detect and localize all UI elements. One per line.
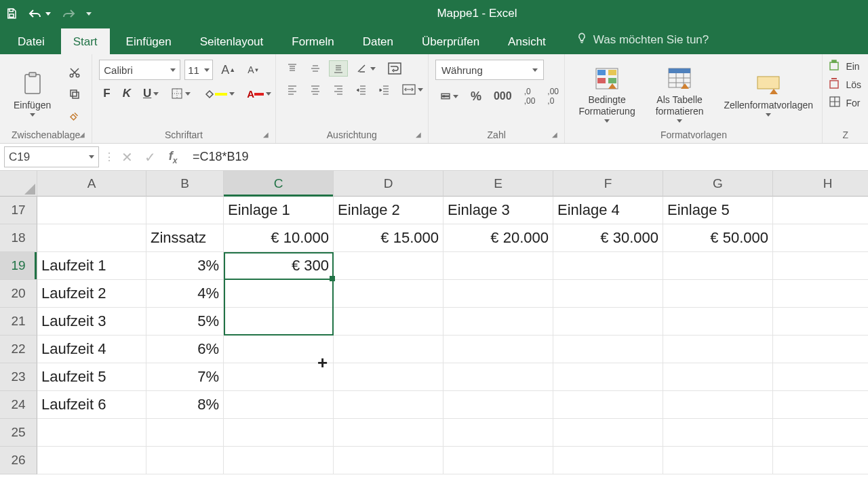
cell-D24[interactable] <box>334 391 443 419</box>
tab-datei[interactable]: Datei <box>5 28 57 54</box>
worksheet-grid[interactable]: ABCDEFGH17Einlage 1Einlage 2Einlage 3Ein… <box>0 171 868 474</box>
row-header-18[interactable]: 18 <box>0 224 37 252</box>
cell-G22[interactable] <box>663 336 773 363</box>
format-painter-button[interactable] <box>64 107 85 125</box>
comma-format-button[interactable]: 000 <box>490 87 516 105</box>
cell-B18[interactable]: Zinssatz <box>146 224 224 252</box>
cell-H19[interactable] <box>773 252 868 280</box>
cell-C25[interactable] <box>224 419 334 447</box>
undo-icon[interactable] <box>27 7 51 20</box>
formula-input[interactable] <box>184 144 868 170</box>
cell-F23[interactable] <box>553 363 663 391</box>
dialog-launcher-icon[interactable]: ◢ <box>416 131 425 140</box>
decrease-font-button[interactable]: A▼ <box>243 62 263 78</box>
cell-D22[interactable] <box>334 336 443 363</box>
bold-button[interactable]: F <box>99 84 114 103</box>
column-header-G[interactable]: G <box>663 171 773 197</box>
cell-D18[interactable]: € 15.000 <box>334 224 443 252</box>
cell-C26[interactable] <box>224 447 334 474</box>
cell-G19[interactable] <box>663 252 773 280</box>
cell-H23[interactable] <box>773 363 868 391</box>
accounting-format-button[interactable] <box>435 87 462 105</box>
column-header-D[interactable]: D <box>334 171 443 197</box>
cell-E23[interactable] <box>443 363 553 391</box>
tab-einfuegen[interactable]: Einfügen <box>114 28 184 54</box>
redo-icon[interactable] <box>60 7 77 20</box>
row-header-24[interactable]: 24 <box>0 391 37 419</box>
cell-G17[interactable]: Einlage 5 <box>663 197 773 224</box>
cell-A20[interactable]: Laufzeit 2 <box>37 280 146 308</box>
cell-D23[interactable] <box>334 363 443 391</box>
cell-B23[interactable]: 7% <box>146 363 224 391</box>
merge-button[interactable] <box>398 81 427 98</box>
cell-E22[interactable] <box>443 336 553 363</box>
cell-D19[interactable] <box>334 252 443 280</box>
cell-B26[interactable] <box>146 447 224 474</box>
cell-A25[interactable] <box>37 419 146 447</box>
align-bottom-button[interactable] <box>329 60 348 77</box>
row-header-22[interactable]: 22 <box>0 336 37 363</box>
cell-F26[interactable] <box>553 447 663 474</box>
cells-delete-icon[interactable] <box>829 78 842 91</box>
align-top-button[interactable] <box>283 60 302 77</box>
cell-G21[interactable] <box>663 308 773 336</box>
row-header-21[interactable]: 21 <box>0 308 37 336</box>
cell-F17[interactable]: Einlage 4 <box>553 197 663 224</box>
increase-indent-button[interactable] <box>375 81 394 98</box>
name-box[interactable]: C19 <box>4 146 99 167</box>
underline-button[interactable]: U <box>139 84 163 103</box>
cell-C21[interactable] <box>224 308 334 336</box>
wrap-text-button[interactable] <box>384 60 406 77</box>
cell-C17[interactable]: Einlage 1 <box>224 197 334 224</box>
cell-B19[interactable]: 3% <box>146 252 224 280</box>
cancel-formula-button[interactable]: ✕ <box>115 144 138 170</box>
column-header-A[interactable]: A <box>37 171 146 197</box>
cell-G24[interactable] <box>663 391 773 419</box>
cell-E18[interactable]: € 20.000 <box>443 224 553 252</box>
cell-B21[interactable]: 5% <box>146 308 224 336</box>
row-header-19[interactable]: 19 <box>0 252 37 280</box>
cell-F20[interactable] <box>553 280 663 308</box>
cell-H18[interactable] <box>773 224 868 252</box>
cut-button[interactable] <box>64 64 85 81</box>
decrease-decimal-button[interactable]: ,00,0 <box>543 84 563 108</box>
cell-C20[interactable] <box>224 280 334 308</box>
cell-styles-button[interactable]: Zellenformatvorlagen <box>717 68 821 119</box>
cell-A26[interactable] <box>37 447 146 474</box>
save-icon[interactable] <box>5 7 18 20</box>
copy-button[interactable] <box>64 85 85 103</box>
cell-B17[interactable] <box>146 197 224 224</box>
borders-button[interactable] <box>167 85 195 102</box>
fx-button[interactable]: fx <box>161 144 184 170</box>
cell-G18[interactable]: € 50.000 <box>663 224 773 252</box>
cell-B22[interactable]: 6% <box>146 336 224 363</box>
align-middle-button[interactable] <box>306 60 325 77</box>
cell-D26[interactable] <box>334 447 443 474</box>
tab-daten[interactable]: Daten <box>351 28 406 54</box>
tab-start[interactable]: Start <box>61 28 110 54</box>
cell-F19[interactable] <box>553 252 663 280</box>
font-name-select[interactable]: Calibri <box>99 60 180 80</box>
dialog-launcher-icon[interactable]: ◢ <box>79 131 89 140</box>
cell-D20[interactable] <box>334 280 443 308</box>
number-format-select[interactable]: Währung <box>435 60 544 80</box>
cell-F22[interactable] <box>553 336 663 363</box>
italic-button[interactable]: K <box>119 84 135 103</box>
cell-H21[interactable] <box>773 308 868 336</box>
row-header-23[interactable]: 23 <box>0 363 37 391</box>
cell-C18[interactable]: € 10.000 <box>224 224 334 252</box>
cell-C22[interactable] <box>224 336 334 363</box>
dialog-launcher-icon[interactable]: ◢ <box>263 131 273 140</box>
cell-H26[interactable] <box>773 447 868 474</box>
cell-F25[interactable] <box>553 419 663 447</box>
customize-qat-icon[interactable] <box>86 12 92 16</box>
cell-E26[interactable] <box>443 447 553 474</box>
column-header-H[interactable]: H <box>773 171 868 197</box>
cell-D21[interactable] <box>334 308 443 336</box>
cell-B20[interactable]: 4% <box>146 280 224 308</box>
cells-insert-icon[interactable] <box>829 60 842 73</box>
align-center-button[interactable] <box>306 81 325 98</box>
cell-A22[interactable]: Laufzeit 4 <box>37 336 146 363</box>
tab-ueberpruefen[interactable]: Überprüfen <box>410 28 492 54</box>
cell-F18[interactable]: € 30.000 <box>553 224 663 252</box>
